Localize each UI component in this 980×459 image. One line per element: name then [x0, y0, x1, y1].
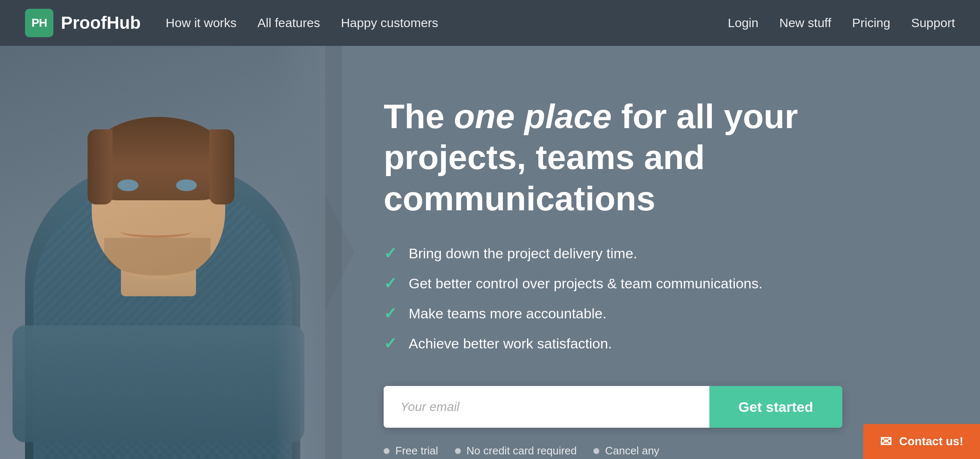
contact-us-button[interactable]: ✉ Contact us! — [863, 424, 980, 459]
logo-link[interactable]: PH ProofHub — [25, 9, 141, 37]
cta-note-no-card: No credit card required — [455, 444, 577, 457]
logo-text: ProofHub — [61, 13, 141, 33]
nav-right: Login New stuff Pricing Support — [728, 16, 955, 30]
no-credit-card-text: No credit card required — [467, 444, 577, 457]
cta-form: Get started — [384, 386, 842, 428]
headline-italic: one place — [454, 97, 612, 135]
nav-support[interactable]: Support — [911, 16, 955, 30]
checklist-text-1: Bring down the project delivery time. — [409, 245, 637, 262]
cancel-any-text: Cancel any — [605, 444, 659, 457]
checkmark-icon-3: ✓ — [384, 304, 397, 323]
note-dot-1 — [384, 448, 389, 454]
checklist-item-1: ✓ Bring down the project delivery time. — [384, 244, 922, 262]
checklist-item-2: ✓ Get better control over projects & tea… — [384, 274, 922, 293]
nav-all-features[interactable]: All features — [257, 16, 320, 30]
headline-prefix: The — [384, 97, 454, 135]
checkmark-icon-4: ✓ — [384, 334, 397, 353]
checklist-text-3: Make teams more accountable. — [409, 305, 606, 322]
hero-content: The one place for all your projects, tea… — [350, 79, 955, 459]
get-started-button[interactable]: Get started — [709, 386, 843, 428]
checkmark-icon-1: ✓ — [384, 244, 397, 262]
hero-section: The one place for all your projects, tea… — [0, 46, 980, 459]
cta-notes: Free trial No credit card required Cance… — [384, 444, 922, 457]
note-dot-2 — [455, 448, 461, 454]
note-dot-3 — [593, 448, 599, 454]
contact-us-label: Contact us! — [899, 435, 963, 448]
free-trial-text: Free trial — [395, 444, 438, 457]
checklist-item-3: ✓ Make teams more accountable. — [384, 304, 922, 323]
checklist-text-4: Achieve better work satisfaction. — [409, 335, 612, 352]
navbar: PH ProofHub How it works All features Ha… — [0, 0, 980, 46]
email-input[interactable] — [384, 386, 709, 428]
logo-icon: PH — [25, 9, 53, 37]
checklist-text-2: Get better control over projects & team … — [409, 275, 762, 292]
email-icon: ✉ — [880, 433, 892, 450]
hero-person-area — [0, 46, 325, 459]
checkmark-icon-2: ✓ — [384, 274, 397, 293]
nav-new-stuff[interactable]: New stuff — [779, 16, 832, 30]
hero-headline: The one place for all your projects, tea… — [384, 96, 884, 219]
nav-happy-customers[interactable]: Happy customers — [341, 16, 438, 30]
nav-pricing[interactable]: Pricing — [852, 16, 890, 30]
nav-login[interactable]: Login — [728, 16, 758, 30]
cta-note-cancel: Cancel any — [593, 444, 659, 457]
nav-left: How it works All features Happy customer… — [166, 16, 728, 30]
cta-note-free-trial: Free trial — [384, 444, 438, 457]
nav-how-it-works[interactable]: How it works — [166, 16, 236, 30]
checklist-item-4: ✓ Achieve better work satisfaction. — [384, 334, 922, 353]
hero-checklist: ✓ Bring down the project delivery time. … — [384, 244, 922, 353]
